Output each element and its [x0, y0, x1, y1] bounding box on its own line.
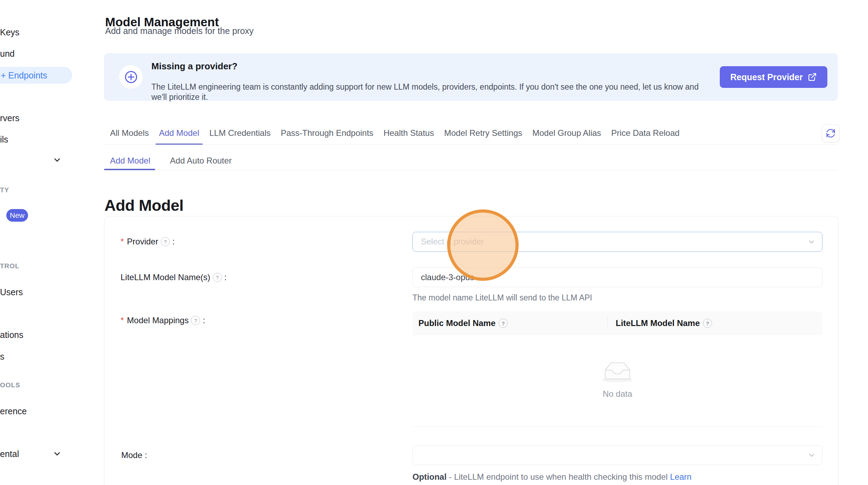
tab-llm-credentials[interactable]: LLM Credentials	[206, 128, 274, 145]
tab-price-data-reload[interactable]: Price Data Reload	[608, 128, 683, 145]
banner-title: Missing a provider?	[151, 61, 238, 72]
external-link-icon	[808, 72, 817, 82]
main-tabs: All Models Add Model LLM Credentials Pas…	[110, 128, 679, 145]
model-name-label-text: LiteLLM Model Name(s)	[121, 272, 210, 282]
banner-body: The LiteLLM engineering team is constant…	[151, 82, 709, 102]
provider-select[interactable]: Select a provider	[412, 232, 822, 252]
provider-select-placeholder: Select a provider	[421, 232, 484, 251]
chevron-down-icon[interactable]	[53, 449, 62, 458]
help-circle-icon[interactable]: ?	[213, 273, 222, 282]
add-model-heading: Add Model	[104, 196, 183, 215]
refresh-button[interactable]	[822, 124, 840, 142]
sidebar-section-label: TROL	[0, 262, 20, 270]
learn-link[interactable]: Learn	[670, 472, 691, 481]
chevron-down-icon	[807, 451, 816, 459]
missing-provider-banner: Missing a provider? The LiteLLM engineer…	[104, 53, 838, 101]
label-colon: :	[203, 316, 205, 325]
mappings-table-body: No data	[412, 335, 822, 427]
label-colon: :	[224, 272, 227, 282]
subtab-add-auto-router[interactable]: Add Auto Router	[170, 156, 232, 166]
request-provider-label: Request Provider	[730, 72, 803, 82]
subtab-active-indicator	[104, 169, 155, 170]
sidebar: Keys und + Endpoints rvers ils TY New TR…	[0, 0, 88, 485]
mode-helper-text: Optional - LiteLLM endpoint to use when …	[412, 472, 691, 482]
tab-model-group-alias[interactable]: Model Group Alias	[529, 128, 604, 145]
mappings-table-header: Public Model Name ? LiteLLM Model Name ?	[412, 311, 822, 335]
page-subtitle: Add and manage models for the proxy	[105, 26, 254, 36]
sidebar-section-label: OOLS	[0, 381, 20, 389]
empty-inbox-icon	[601, 360, 634, 383]
sidebar-item-organizations[interactable]: ations	[0, 330, 23, 340]
tab-pass-through-endpoints[interactable]: Pass-Through Endpoints	[277, 128, 377, 145]
sidebar-section-label: TY	[0, 186, 9, 194]
sidebar-item-details[interactable]: ils	[0, 134, 8, 145]
sidebar-item-endpoints-active[interactable]: + Endpoints	[0, 67, 72, 84]
model-name-helper-text: The model name LiteLLM will send to the …	[412, 293, 592, 303]
column-label: Public Model Name	[418, 318, 495, 328]
mode-label-text: Mode	[121, 450, 142, 460]
chevron-down-icon[interactable]	[53, 155, 62, 165]
sidebar-item-servers[interactable]: rvers	[0, 113, 20, 123]
label-colon: :	[145, 450, 147, 460]
chevron-down-icon	[807, 238, 816, 246]
mode-select[interactable]	[412, 445, 822, 465]
help-circle-icon[interactable]: ?	[703, 319, 712, 328]
help-circle-icon[interactable]: ?	[499, 319, 508, 328]
sidebar-item-label: + Endpoints	[1, 67, 47, 84]
mode-label: Mode :	[121, 450, 147, 460]
label-colon: :	[172, 237, 175, 247]
sidebar-item-keys[interactable]: Keys	[0, 27, 20, 37]
sidebar-item-inference[interactable]: erence	[0, 406, 27, 416]
model-name-input[interactable]	[412, 267, 822, 287]
model-management-page: Keys und + Endpoints rvers ils TY New TR…	[0, 0, 868, 485]
column-litellm-model-name: LiteLLM Model Name ?	[608, 318, 712, 328]
subtab-add-model[interactable]: Add Model	[110, 156, 150, 166]
provider-label-text: Provider	[127, 237, 158, 247]
required-mark: *	[121, 237, 124, 247]
column-label: LiteLLM Model Name	[616, 318, 700, 328]
tab-model-retry-settings[interactable]: Model Retry Settings	[440, 128, 526, 145]
column-public-model-name: Public Model Name ?	[412, 318, 607, 328]
required-mark: *	[121, 316, 124, 325]
plus-circle-icon	[119, 65, 143, 89]
sidebar-item-experimental[interactable]: ental	[0, 449, 19, 459]
sidebar-item-users[interactable]: Users	[0, 287, 23, 297]
provider-label: * Provider ? :	[121, 237, 175, 247]
mode-helper-body: - LiteLLM endpoint to use when health ch…	[446, 472, 670, 481]
help-circle-icon[interactable]: ?	[161, 237, 170, 246]
no-data-text: No data	[601, 389, 634, 399]
sidebar-item-teams[interactable]: s	[0, 352, 5, 362]
model-mappings-label-text: Model Mappings	[127, 316, 189, 325]
request-provider-button[interactable]: Request Provider	[720, 66, 827, 88]
refresh-icon	[826, 129, 835, 138]
model-name-label: LiteLLM Model Name(s) ? :	[121, 272, 227, 282]
tab-health-status[interactable]: Health Status	[380, 128, 437, 145]
tab-all-models[interactable]: All Models	[107, 128, 152, 145]
new-badge: New	[6, 209, 28, 222]
model-mappings-label: * Model Mappings ? :	[121, 316, 205, 325]
optional-prefix: Optional	[412, 472, 446, 481]
help-circle-icon[interactable]: ?	[191, 316, 200, 325]
subtabs-divider	[104, 170, 838, 170]
empty-state: No data	[601, 360, 634, 399]
sidebar-item-playground[interactable]: und	[0, 49, 15, 59]
tab-add-model[interactable]: Add Model	[156, 128, 203, 145]
